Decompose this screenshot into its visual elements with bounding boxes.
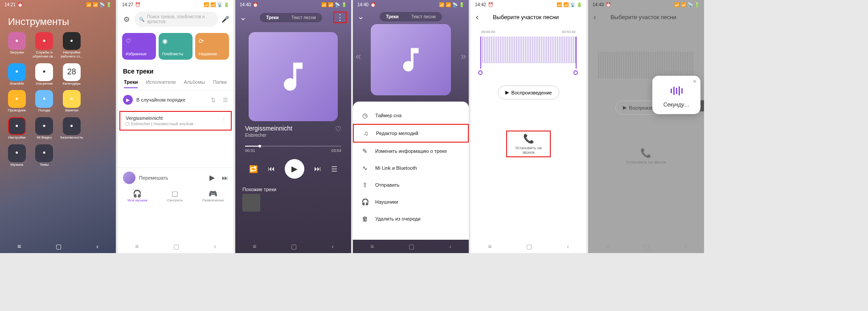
chevron-down-icon[interactable]: ⌄ bbox=[357, 12, 366, 21]
signal-icon: 📶 bbox=[86, 2, 91, 7]
back-button[interactable]: ‹ bbox=[332, 243, 334, 250]
play-button[interactable]: ▶Воспроизведение bbox=[498, 86, 560, 99]
loading-icon bbox=[663, 86, 690, 95]
app-icon[interactable]: • bbox=[8, 90, 26, 108]
ringtone-editor: 14:42⏰ 📶📶📡🔋 ‹ Выберите участок песни 00:… bbox=[471, 0, 586, 253]
tab[interactable]: Треки bbox=[124, 79, 138, 88]
back-button[interactable]: ‹ bbox=[449, 243, 451, 250]
trim-handle-left[interactable] bbox=[480, 37, 481, 69]
bottom-nav-item[interactable]: ▢Смотреть bbox=[167, 189, 183, 202]
sort-icon[interactable]: ⇅ bbox=[211, 97, 216, 103]
tab-lyrics[interactable]: Текст песни bbox=[285, 13, 322, 22]
back-icon[interactable]: ‹ bbox=[594, 12, 596, 22]
home-button[interactable]: ▢ bbox=[409, 243, 414, 250]
menu-item[interactable]: 🎧Наушники bbox=[353, 193, 469, 210]
app-icon[interactable]: • bbox=[63, 32, 81, 50]
menu-item[interactable]: ∿Mi Link и Bluetooth bbox=[353, 160, 469, 176]
tab[interactable]: Альбомы bbox=[184, 79, 205, 88]
next-art-icon[interactable]: » bbox=[461, 51, 466, 62]
library-card[interactable]: ⟳Недавние bbox=[195, 33, 229, 60]
app-icon[interactable]: • bbox=[63, 117, 81, 135]
search-input[interactable]: 🔍Поиск треков, плейлистов и артистов bbox=[135, 12, 218, 27]
album-art bbox=[249, 32, 338, 121]
home-button[interactable]: ▢ bbox=[173, 243, 179, 250]
trim-handle-right[interactable] bbox=[576, 37, 577, 69]
progress-bar[interactable]: 00:3103:54 bbox=[235, 138, 351, 156]
close-icon[interactable]: ✕ bbox=[692, 78, 697, 85]
back-button[interactable]: ‹ bbox=[214, 243, 216, 250]
mic-icon[interactable]: 🎤 bbox=[221, 16, 229, 23]
app-icon[interactable]: • bbox=[35, 90, 53, 108]
queue-icon[interactable]: ☰ bbox=[331, 165, 337, 173]
battery-icon: 🔋 bbox=[459, 2, 464, 7]
menu-item[interactable]: 🗑Удалить из очереди bbox=[353, 210, 469, 227]
library-card[interactable]: ◉Плейлисты bbox=[159, 33, 192, 60]
app-icon[interactable]: • bbox=[8, 32, 26, 50]
app-icon[interactable]: 28 bbox=[63, 63, 81, 81]
bottom-nav-item[interactable]: 🎧Моя музыка bbox=[127, 189, 147, 202]
mini-player[interactable]: Перемешать ▶ ⏭ bbox=[118, 168, 233, 188]
more-button[interactable]: ⋮ bbox=[333, 12, 347, 23]
time-start: 01:56.06 bbox=[599, 46, 613, 50]
settings-icon[interactable]: ⚙ bbox=[122, 15, 131, 24]
recents-button[interactable]: ≡ bbox=[17, 243, 21, 250]
now-playing: 14:40⏰ 📶📶📡🔋 ⌄ Треки Текст песни ⋮ Vergis… bbox=[235, 0, 351, 253]
next-icon[interactable]: ⏭ bbox=[314, 165, 321, 173]
card-icon: ⟳ bbox=[199, 37, 225, 45]
home-button[interactable]: ▢ bbox=[644, 243, 650, 250]
tab-tracks[interactable]: Треки bbox=[380, 12, 405, 21]
play-icon[interactable]: ▶ bbox=[209, 173, 215, 182]
back-button[interactable]: ‹ bbox=[684, 243, 687, 250]
loading-text: Секунду… bbox=[663, 102, 690, 108]
home-button[interactable]: ▢ bbox=[526, 243, 532, 250]
alarm-icon: ⏰ bbox=[488, 2, 493, 7]
heart-icon[interactable]: ♡ bbox=[335, 125, 341, 133]
home-button[interactable]: ▢ bbox=[56, 243, 61, 250]
waveform[interactable] bbox=[598, 52, 694, 78]
set-ringtone-button[interactable]: 📞 Установить на звонок bbox=[624, 146, 668, 166]
app-icon[interactable]: • bbox=[35, 117, 53, 135]
library-card[interactable]: ♡Избранные bbox=[122, 33, 156, 60]
play-button[interactable]: ▶ bbox=[285, 159, 304, 179]
back-button[interactable]: ‹ bbox=[567, 243, 569, 250]
back-button[interactable]: ‹ bbox=[96, 243, 98, 250]
waveform[interactable] bbox=[480, 37, 577, 63]
app-icon[interactable]: • bbox=[35, 144, 53, 162]
set-ringtone-button[interactable]: 📞 Установить на звонок bbox=[506, 131, 551, 157]
tab[interactable]: Папки bbox=[213, 79, 227, 88]
recents-button[interactable]: ≡ bbox=[488, 243, 491, 250]
back-icon[interactable]: ‹ bbox=[476, 12, 479, 22]
menu-item[interactable]: ⇪Отправить bbox=[353, 176, 469, 193]
bottom-nav-item[interactable]: 🎮Развлечения bbox=[202, 189, 224, 202]
clock: 14:42 bbox=[475, 2, 486, 7]
recents-button[interactable]: ≡ bbox=[370, 243, 374, 250]
more-icon[interactable]: ⋮ bbox=[221, 117, 226, 123]
recents-button[interactable]: ≡ bbox=[253, 243, 256, 250]
list-icon[interactable]: ☰ bbox=[223, 97, 228, 103]
battery-icon: 🔋 bbox=[341, 2, 347, 7]
repeat-icon[interactable]: 🔁 bbox=[249, 165, 258, 173]
next-icon[interactable]: ⏭ bbox=[222, 174, 228, 181]
chevron-down-icon[interactable]: ⌄ bbox=[240, 12, 249, 22]
app-icon[interactable]: • bbox=[35, 32, 53, 50]
tab-lyrics[interactable]: Текст песни bbox=[405, 12, 442, 21]
prev-art-icon[interactable]: « bbox=[356, 51, 361, 62]
tab[interactable]: Исполнители bbox=[146, 79, 176, 88]
app-icon[interactable]: • bbox=[35, 63, 53, 81]
app-icon[interactable]: • bbox=[8, 63, 26, 81]
prev-icon[interactable]: ⏮ bbox=[268, 165, 275, 173]
similar-thumb[interactable] bbox=[242, 194, 260, 212]
track-row[interactable]: Vergissmeinnicht Eisbrecher | Неизвестны… bbox=[119, 111, 232, 131]
app-icon[interactable]: • bbox=[63, 90, 81, 108]
menu-item[interactable]: ✎Изменить информацию о треке bbox=[353, 143, 469, 160]
shuffle-play-button[interactable]: ▶ bbox=[123, 95, 133, 105]
app-icon[interactable]: • bbox=[8, 144, 26, 162]
menu-item[interactable]: ♫Редактор мелодий bbox=[353, 124, 469, 143]
menu-item[interactable]: ◷Таймер сна bbox=[353, 107, 469, 124]
app-icon[interactable]: • bbox=[8, 117, 26, 135]
home-button[interactable]: ▢ bbox=[291, 243, 297, 250]
recents-button[interactable]: ≡ bbox=[606, 243, 609, 250]
recents-button[interactable]: ≡ bbox=[135, 243, 139, 250]
card-icon: ◉ bbox=[162, 37, 189, 45]
tab-tracks[interactable]: Треки bbox=[260, 13, 285, 22]
